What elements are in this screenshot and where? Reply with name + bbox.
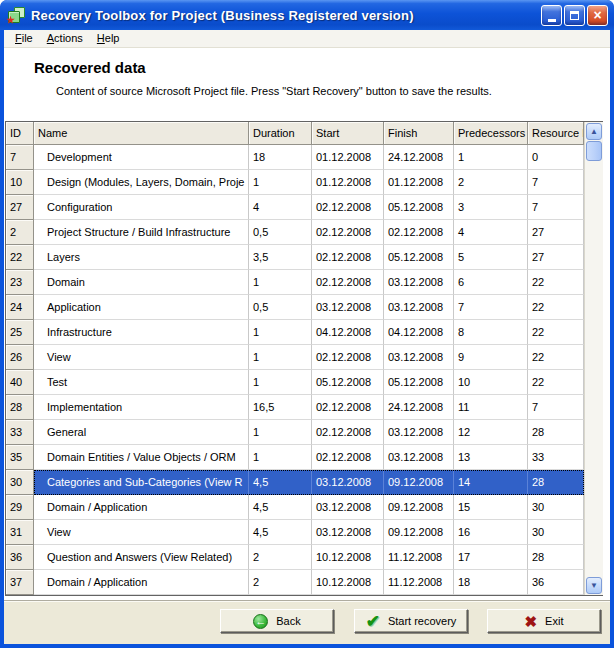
cell-duration[interactable]: 18 (249, 145, 312, 170)
cell-predecessor[interactable]: 1 (454, 145, 528, 170)
exit-button[interactable]: ✖ Exit (487, 609, 601, 633)
cell-name[interactable]: Question and Answers (View Related) (34, 545, 249, 570)
row-data[interactable]: View102.12.200803.12.2008922 (34, 345, 584, 370)
menu-actions[interactable]: Actions (40, 31, 90, 46)
cell-resource-names[interactable]: 22 (528, 295, 584, 320)
row-id-cell[interactable]: 22 (6, 245, 34, 270)
cell-finish[interactable]: 03.12.2008 (384, 295, 454, 320)
cell-duration[interactable]: 4,5 (249, 520, 312, 545)
cell-start[interactable]: 03.12.2008 (312, 295, 384, 320)
cell-duration[interactable]: 3,5 (249, 245, 312, 270)
cell-duration[interactable]: 1 (249, 370, 312, 395)
row-data[interactable]: Design (Modules, Layers, Domain, Proje10… (34, 170, 584, 195)
cell-resource-names[interactable]: 7 (528, 195, 584, 220)
cell-resource-names[interactable]: 7 (528, 170, 584, 195)
cell-predecessor[interactable]: 4 (454, 220, 528, 245)
cell-start[interactable]: 02.12.2008 (312, 345, 384, 370)
row-id-cell[interactable]: 36 (6, 545, 34, 570)
row-data[interactable]: Configuration402.12.200805.12.200837 (34, 195, 584, 220)
cell-duration[interactable]: 1 (249, 420, 312, 445)
cell-resource-names[interactable]: 33 (528, 445, 584, 470)
cell-predecessor[interactable]: 11 (454, 395, 528, 420)
cell-duration[interactable]: 1 (249, 170, 312, 195)
cell-resource-names[interactable]: 30 (528, 520, 584, 545)
cell-start[interactable]: 03.12.2008 (312, 470, 384, 495)
cell-name[interactable]: Test (34, 370, 249, 395)
table-row[interactable]: 31View4,503.12.200809.12.20081630 (6, 520, 584, 545)
cell-start[interactable]: 02.12.2008 (312, 395, 384, 420)
cell-predecessor[interactable]: 3 (454, 195, 528, 220)
table-row[interactable]: 40Test105.12.200805.12.20081022 (6, 370, 584, 395)
cell-start[interactable]: 01.12.2008 (312, 145, 384, 170)
cell-duration[interactable]: 4,5 (249, 495, 312, 520)
row-data[interactable]: Domain / Application210.12.200811.12.200… (34, 570, 584, 595)
cell-resource-names[interactable]: 30 (528, 495, 584, 520)
table-row[interactable]: 22Layers3,502.12.200805.12.2008527 (6, 245, 584, 270)
row-id-cell[interactable]: 2 (6, 220, 34, 245)
cell-finish[interactable]: 11.12.2008 (384, 545, 454, 570)
cell-predecessor[interactable]: 13 (454, 445, 528, 470)
cell-predecessor[interactable]: 10 (454, 370, 528, 395)
table-row[interactable]: 33General102.12.200803.12.20081228 (6, 420, 584, 445)
cell-resource-names[interactable]: 7 (528, 395, 584, 420)
cell-start[interactable]: 02.12.2008 (312, 420, 384, 445)
cell-name[interactable]: Development (34, 145, 249, 170)
cell-finish[interactable]: 03.12.2008 (384, 345, 454, 370)
cell-resource-names[interactable]: 28 (528, 545, 584, 570)
cell-name[interactable]: View (34, 345, 249, 370)
cell-duration[interactable]: 1 (249, 445, 312, 470)
table-row[interactable]: 29Domain / Application4,503.12.200809.12… (6, 495, 584, 520)
cell-finish[interactable]: 05.12.2008 (384, 370, 454, 395)
cell-predecessor[interactable]: 16 (454, 520, 528, 545)
cell-name[interactable]: Domain / Application (34, 495, 249, 520)
cell-name[interactable]: General (34, 420, 249, 445)
back-button[interactable]: ← Back (220, 609, 334, 633)
cell-predecessor[interactable]: 17 (454, 545, 528, 570)
cell-start[interactable]: 03.12.2008 (312, 520, 384, 545)
vertical-scrollbar[interactable]: ▲ ▼ (584, 122, 603, 595)
cell-start[interactable]: 03.12.2008 (312, 495, 384, 520)
row-data[interactable]: Project Structure / Build Infrastructure… (34, 220, 584, 245)
table-row[interactable]: 30Categories and Sub-Categories (View R4… (6, 470, 584, 495)
cell-name[interactable]: Domain Entities / Value Objects / ORM (34, 445, 249, 470)
scroll-up-button[interactable]: ▲ (586, 123, 602, 140)
cell-name[interactable]: Implementation (34, 395, 249, 420)
cell-resource-names[interactable]: 22 (528, 270, 584, 295)
cell-resource-names[interactable]: 28 (528, 420, 584, 445)
minimize-button[interactable] (541, 5, 562, 26)
cell-finish[interactable]: 11.12.2008 (384, 570, 454, 595)
cell-predecessor[interactable]: 6 (454, 270, 528, 295)
row-data[interactable]: Domain / Application4,503.12.200809.12.2… (34, 495, 584, 520)
cell-duration[interactable]: 2 (249, 545, 312, 570)
cell-finish[interactable]: 03.12.2008 (384, 270, 454, 295)
start-recovery-button[interactable]: ✔ Start recovery (354, 609, 468, 633)
cell-name[interactable]: View (34, 520, 249, 545)
row-id-cell[interactable]: 33 (6, 420, 34, 445)
row-id-cell[interactable]: 24 (6, 295, 34, 320)
cell-predecessor[interactable]: 5 (454, 245, 528, 270)
row-data[interactable]: View4,503.12.200809.12.20081630 (34, 520, 584, 545)
cell-start[interactable]: 01.12.2008 (312, 170, 384, 195)
cell-resource-names[interactable]: 27 (528, 245, 584, 270)
row-id-cell[interactable]: 35 (6, 445, 34, 470)
cell-name[interactable]: Design (Modules, Layers, Domain, Proje (34, 170, 249, 195)
cell-finish[interactable]: 09.12.2008 (384, 520, 454, 545)
menu-help[interactable]: Help (90, 31, 127, 46)
cell-start[interactable]: 10.12.2008 (312, 570, 384, 595)
row-data[interactable]: Layers3,502.12.200805.12.2008527 (34, 245, 584, 270)
cell-start[interactable]: 02.12.2008 (312, 270, 384, 295)
table-row[interactable]: 7Development1801.12.200824.12.200810 (6, 145, 584, 170)
row-id-cell[interactable]: 25 (6, 320, 34, 345)
cell-resource-names[interactable]: 22 (528, 320, 584, 345)
row-data[interactable]: Categories and Sub-Categories (View R4,5… (34, 470, 584, 495)
table-row[interactable]: 24Application0,503.12.200803.12.2008722 (6, 295, 584, 320)
row-data[interactable]: Infrastructure104.12.200804.12.2008822 (34, 320, 584, 345)
cell-predecessor[interactable]: 8 (454, 320, 528, 345)
row-data[interactable]: Application0,503.12.200803.12.2008722 (34, 295, 584, 320)
cell-duration[interactable]: 4 (249, 195, 312, 220)
row-id-cell[interactable]: 10 (6, 170, 34, 195)
row-data[interactable]: Domain102.12.200803.12.2008622 (34, 270, 584, 295)
cell-name[interactable]: Project Structure / Build Infrastructure (34, 220, 249, 245)
cell-duration[interactable]: 2 (249, 570, 312, 595)
row-id-cell[interactable]: 27 (6, 195, 34, 220)
